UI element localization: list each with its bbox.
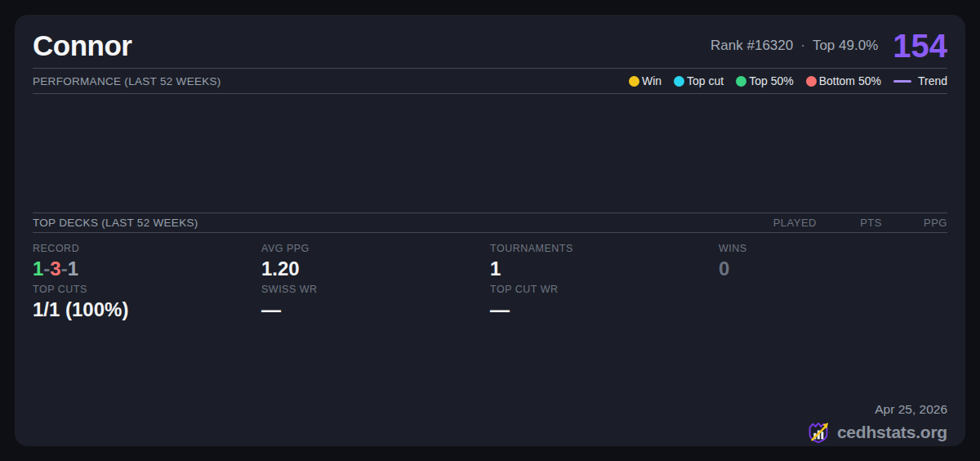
percentile-text: Top 49.0% (813, 38, 878, 53)
footer-date: Apr 25, 2026 (875, 402, 947, 417)
stat-tournaments-value: 1 (490, 257, 719, 280)
card-header: Connor Rank #16320·Top 49.0% 154 (33, 15, 947, 69)
rank-separator: · (800, 38, 805, 53)
brand-text: cedhstats.org (837, 423, 947, 442)
legend-item-win: Win (629, 74, 662, 87)
legend-item-top-cut: Top cut (674, 74, 724, 87)
performance-chart (33, 94, 947, 213)
column-ppg: PPG (882, 217, 947, 229)
win-dot-icon (629, 76, 639, 87)
top-cut-dot-icon (674, 76, 684, 87)
performance-title: PERFORMANCE (LAST 52 WEEKS) (33, 75, 221, 87)
record-wins: 1 (33, 257, 43, 280)
stat-wins-value: 0 (719, 257, 947, 280)
stat-swiss-wr-label: SWISS WR (261, 284, 490, 295)
bottom-50-dot-icon (806, 76, 817, 87)
legend-item-top-50: Top 50% (736, 74, 793, 87)
stat-avg-ppg-value: 1.20 (261, 257, 490, 280)
chart-legend: Win Top cut Top 50% Bottom 50% Trend (629, 74, 947, 87)
stat-avg-ppg-label: AVG PPG (261, 243, 490, 254)
column-played: PLAYED (751, 217, 817, 229)
stat-wins: WINS 0 (719, 243, 947, 280)
stat-top-cuts-label: TOP CUTS (33, 284, 261, 295)
stat-top-cuts-value: 1/1 (100%) (33, 298, 261, 321)
stat-avg-ppg: AVG PPG 1.20 (261, 243, 490, 280)
stat-top-cut-wr: TOP CUT WR — (490, 284, 719, 446)
legend-item-trend: Trend (893, 74, 947, 87)
stat-top-cut-wr-label: TOP CUT WR (490, 284, 719, 295)
player-rating: 154 (893, 29, 947, 62)
record-draws: 1 (68, 257, 78, 280)
column-pts: PTS (817, 217, 882, 229)
top-decks-columns: PLAYED PTS PPG (751, 217, 947, 229)
card-footer: Apr 25, 2026 cedhstats.org (719, 284, 947, 446)
stat-top-cuts: TOP CUTS 1/1 (100%) (33, 284, 261, 446)
legend-item-bottom-50: Bottom 50% (806, 74, 881, 87)
stat-record-value: 1-3-1 (33, 257, 261, 280)
stat-record: RECORD 1-3-1 (33, 243, 261, 280)
top-decks-section-header: TOP DECKS (LAST 52 WEEKS) PLAYED PTS PPG (33, 213, 947, 233)
record-losses: 3 (50, 257, 60, 280)
stat-swiss-wr-value: — (261, 298, 490, 321)
player-name: Connor (33, 29, 131, 62)
cedhstats-logo-icon (806, 420, 831, 445)
rank-text: Rank #16320 (710, 38, 793, 53)
stat-tournaments-label: TOURNAMENTS (490, 243, 719, 254)
stat-swiss-wr: SWISS WR — (261, 284, 490, 446)
rank-line: Rank #16320·Top 49.0% (710, 38, 878, 54)
performance-section-header: PERFORMANCE (LAST 52 WEEKS) Win Top cut … (33, 69, 947, 94)
trend-line-icon (893, 80, 911, 83)
stat-tournaments: TOURNAMENTS 1 (490, 243, 719, 280)
stat-wins-label: WINS (719, 243, 947, 254)
stats-grid: RECORD 1-3-1 AVG PPG 1.20 TOURNAMENTS 1 … (33, 233, 947, 446)
brand-row[interactable]: cedhstats.org (806, 420, 947, 445)
top-decks-title: TOP DECKS (LAST 52 WEEKS) (33, 217, 198, 229)
player-stats-card: Connor Rank #16320·Top 49.0% 154 PERFORM… (15, 15, 965, 446)
stat-top-cut-wr-value: — (490, 298, 719, 321)
header-rank-area: Rank #16320·Top 49.0% 154 (710, 29, 947, 62)
top-50-dot-icon (736, 76, 746, 87)
stat-record-label: RECORD (33, 243, 261, 254)
